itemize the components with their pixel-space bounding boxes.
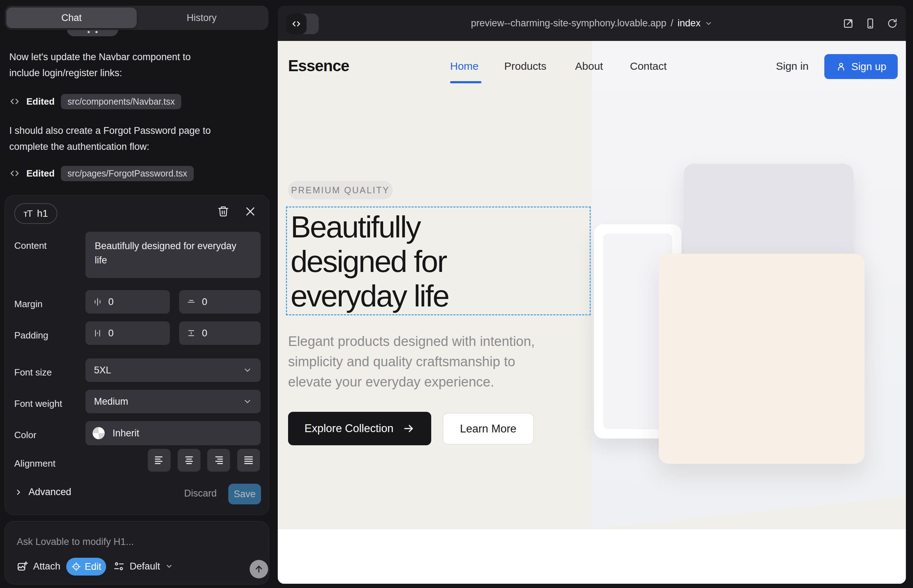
save-button[interactable]: Save	[228, 484, 261, 504]
browser-actions	[842, 6, 898, 41]
attach-button[interactable]: Attach	[17, 561, 60, 572]
sign-up-button[interactable]: Sign up	[824, 54, 898, 79]
h1-selection-outline[interactable]: Beautifully designed for everyday life	[286, 207, 591, 315]
preview-browser-frame: preview--charming-site-symphony.lovable.…	[278, 6, 906, 584]
chat-sidebar: Chat History Now let's update the Navbar…	[0, 0, 277, 588]
discard-button[interactable]: Discard	[184, 488, 217, 499]
padding-x-value: 0	[108, 328, 113, 339]
app-window: Chat History Now let's update the Navbar…	[0, 0, 913, 588]
color-label: Color	[14, 430, 36, 441]
heading-line: designed for	[291, 244, 448, 279]
tag-name: h1	[37, 208, 48, 219]
diagonal-accent	[592, 496, 906, 529]
code-icon	[9, 96, 20, 107]
image-plus-icon	[17, 561, 28, 572]
hero-card-cream	[659, 254, 864, 464]
sign-in-link[interactable]: Sign in	[776, 60, 809, 72]
url-bar[interactable]: preview--charming-site-symphony.lovable.…	[278, 6, 906, 41]
description-line: elevate your everyday experience.	[288, 372, 535, 392]
dot	[96, 31, 97, 33]
content-input[interactable]: Beautifully designed for everyday life	[86, 232, 261, 278]
tab-chat[interactable]: Chat	[6, 8, 137, 28]
dot	[87, 31, 90, 33]
attach-label: Attach	[33, 561, 60, 572]
file-chip[interactable]: src/pages/ForgotPassword.tsx	[61, 166, 193, 181]
edit-label: Edit	[85, 561, 102, 572]
url-separator: /	[670, 18, 673, 29]
nav-link-about[interactable]: About	[575, 60, 603, 72]
nav-link-home[interactable]: Home	[450, 60, 479, 72]
mobile-view-icon[interactable]	[864, 18, 876, 29]
chevron-down-icon	[165, 562, 173, 570]
margin-y-input[interactable]: 0	[179, 290, 261, 313]
edited-file-row[interactable]: Edited src/pages/ForgotPassword.tsx	[9, 165, 194, 181]
open-external-icon[interactable]	[842, 18, 854, 29]
font-weight-select[interactable]: Medium	[86, 390, 261, 413]
url-host: preview--charming-site-symphony.lovable.…	[471, 18, 667, 29]
heading-line: everyday life	[291, 279, 448, 313]
padding-label: Padding	[14, 330, 48, 341]
hero-heading: Beautifully designed for everyday life	[291, 210, 448, 313]
nav-link-contact[interactable]: Contact	[630, 60, 667, 72]
margin-label: Margin	[14, 299, 42, 310]
edit-mode-button[interactable]: Edit	[66, 558, 106, 575]
chevron-down-icon	[705, 19, 712, 27]
advanced-toggle[interactable]: Advanced	[14, 486, 71, 498]
nav-link-products[interactable]: Products	[504, 60, 546, 72]
composer-input[interactable]: Ask Lovable to modify H1...	[17, 536, 134, 548]
file-chip[interactable]: src/components/Navbar.tsx	[61, 94, 181, 109]
hero-description: Elegant products designed with intention…	[288, 331, 535, 392]
assistant-message: I should also create a Forgot Password p…	[9, 123, 262, 155]
edited-label: Edited	[26, 168, 55, 179]
refresh-icon[interactable]	[887, 18, 898, 29]
next-section	[278, 529, 906, 584]
description-line: Elegant products designed with intention…	[288, 331, 535, 352]
browser-toolbar: preview--charming-site-symphony.lovable.…	[278, 6, 906, 41]
close-icon[interactable]	[244, 205, 257, 218]
arrow-right-icon	[403, 423, 415, 435]
align-left-button[interactable]	[148, 449, 170, 472]
color-select[interactable]: Inherit	[86, 421, 261, 445]
explore-collection-button[interactable]: Explore Collection	[288, 412, 431, 445]
url-page: index	[678, 18, 701, 29]
edited-file-row[interactable]: Edited src/components/Navbar.tsx	[9, 93, 181, 110]
alignment-label: Alignment	[14, 458, 55, 469]
nav-active-underline	[450, 81, 481, 83]
font-weight-value: Medium	[94, 396, 128, 407]
heading-line: Beautifully	[291, 210, 448, 244]
margin-x-value: 0	[108, 297, 113, 307]
type-icon: тT	[24, 208, 32, 219]
chevron-right-icon	[14, 488, 23, 496]
locate-icon	[71, 562, 81, 572]
advanced-label: Advanced	[29, 486, 71, 498]
font-size-select[interactable]: 5XL	[86, 359, 261, 382]
align-right-button[interactable]	[207, 449, 230, 472]
color-swatch	[92, 427, 105, 439]
sign-up-label: Sign up	[851, 61, 886, 73]
element-editor-panel: тT h1 Content Beautifully designed for e…	[5, 195, 269, 515]
send-button[interactable]	[249, 560, 268, 578]
content-value: Beautifully designed for everyday life	[95, 239, 244, 267]
description-line: simplicity and quality craftsmanship to	[288, 352, 535, 372]
learn-more-button[interactable]: Learn More	[443, 413, 534, 444]
align-center-button[interactable]	[178, 449, 201, 472]
model-default-dropdown[interactable]: Default	[113, 561, 173, 572]
sidebar-tabs: Chat History	[5, 6, 269, 30]
chevron-down-icon	[243, 397, 252, 406]
padding-horizontal-icon	[92, 328, 102, 338]
font-size-label: Font size	[14, 367, 52, 378]
margin-y-value: 0	[202, 297, 207, 307]
tab-history[interactable]: History	[137, 8, 267, 28]
color-value: Inherit	[113, 428, 139, 439]
message-line: Now let's update the Navbar component to	[9, 49, 262, 65]
margin-vertical-icon	[186, 297, 196, 307]
message-line: complete the authentication flow:	[9, 139, 262, 155]
padding-vertical-icon	[186, 328, 196, 338]
align-justify-button[interactable]	[237, 449, 260, 472]
site-logo[interactable]: Essence	[288, 57, 349, 75]
margin-x-input[interactable]: 0	[86, 290, 170, 313]
delete-element-button[interactable]	[217, 205, 230, 218]
chat-composer[interactable]: Ask Lovable to modify H1... Attach Edit …	[5, 521, 269, 585]
padding-x-input[interactable]: 0	[86, 321, 170, 345]
padding-y-input[interactable]: 0	[179, 321, 261, 345]
